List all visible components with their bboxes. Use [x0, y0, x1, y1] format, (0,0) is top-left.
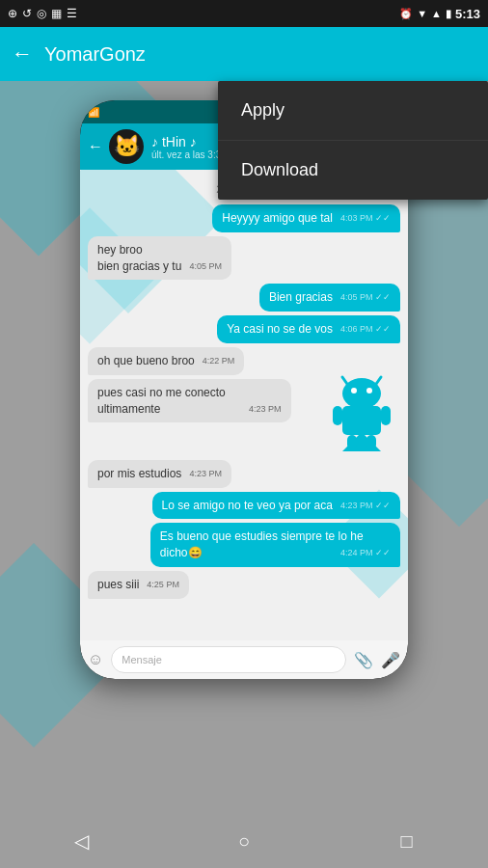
message-9: Es bueno que estudies siempre te lo he d…: [150, 523, 400, 567]
app-bar: ← YomarGonz: [0, 27, 488, 81]
mic-button[interactable]: 🎤: [381, 651, 400, 669]
android-mascot: [328, 369, 395, 455]
status-icons-left: ⊕ ↺ ◎ ▦ ☰: [8, 7, 77, 20]
svg-rect-5: [342, 406, 381, 435]
message-input[interactable]: Mensaje: [111, 646, 346, 673]
message-3: Bien gracias 4:05 PM ✓✓: [259, 284, 400, 312]
msg-time: 4:25 PM: [147, 579, 179, 591]
alarm-icon: ⊕: [8, 7, 17, 20]
status-bar: ⊕ ↺ ◎ ▦ ☰ ⏰ ▼ ▲ ▮ 5:13: [0, 0, 488, 27]
android-icon: ☰: [67, 7, 77, 20]
wifi-icon: ▼: [417, 8, 427, 19]
message-5: oh que bueno broo 4:22 PM: [88, 347, 244, 375]
signal-icon: ▲: [431, 8, 442, 19]
msg-time: 4:23 PM ✓✓: [340, 500, 391, 512]
back-button[interactable]: ←: [12, 41, 33, 67]
svg-point-3: [351, 388, 357, 393]
android-mascot-container: pues casi no me conecto ultimamente 4:23…: [88, 379, 400, 456]
msg-time: 4:03 PM ✓✓: [340, 212, 391, 225]
message-1: Heyyyy amigo que tal 4:03 PM ✓✓: [212, 204, 400, 232]
svg-point-2: [342, 378, 381, 409]
message-10: pues siii 4:25 PM: [88, 571, 189, 599]
msg-text: Es bueno que estudies siempre te lo he d…: [160, 529, 364, 559]
back-nav-button[interactable]: ◁: [62, 822, 100, 860]
attach-button[interactable]: 📎: [354, 651, 373, 669]
svg-rect-7: [333, 406, 342, 425]
message-4: Ya casi no se de vos 4:06 PM ✓✓: [217, 315, 400, 343]
msg-text: hey broobien gracias y tu: [97, 243, 181, 273]
message-7: por mis estudios 4:23 PM: [88, 460, 231, 488]
alarm-clock-icon: ⏰: [399, 8, 413, 20]
svg-rect-9: [347, 435, 357, 449]
msg-time: 4:05 PM ✓✓: [340, 291, 391, 304]
dropdown-menu: Apply Download: [218, 81, 488, 200]
home-nav-button[interactable]: ○: [225, 822, 263, 860]
svg-rect-8: [381, 406, 391, 425]
msg-text: Bien gracias: [269, 290, 333, 304]
msg-text: oh que bueno broo: [97, 354, 195, 367]
emoji-button[interactable]: ☺: [88, 651, 103, 668]
message-8: Lo se amigo no te veo ya por aca 4:23 PM…: [152, 492, 400, 520]
svg-point-4: [366, 388, 372, 393]
battery-icon: ▮: [446, 8, 451, 20]
msg-text: Heyyyy amigo que tal: [222, 211, 333, 225]
msg-text: pues casi no me conecto ultimamente: [97, 386, 226, 416]
msg-text: pues siii: [97, 578, 139, 591]
msg-time: 4:23 PM: [249, 403, 282, 416]
grid-icon: ▦: [51, 7, 62, 20]
msg-time: 4:06 PM ✓✓: [340, 323, 391, 336]
recent-nav-button[interactable]: □: [388, 822, 426, 860]
apply-menu-item[interactable]: Apply: [218, 81, 488, 141]
msg-time: 4:05 PM: [189, 260, 222, 273]
msg-time: 4:23 PM: [189, 468, 222, 480]
msg-text: por mis estudios: [97, 467, 181, 480]
msg-text: Ya casi no se de vos: [227, 322, 333, 336]
msg-text: Lo se amigo no te veo ya por aca: [162, 499, 333, 512]
spotify-icon: ◎: [37, 7, 46, 20]
chat-area: 24 de mayo Heyyyy amigo que tal 4:03 PM …: [80, 170, 408, 640]
phone-avatar: 🐱: [109, 129, 144, 164]
message-6: pues casi no me conecto ultimamente 4:23…: [88, 379, 291, 423]
message-2: hey broobien gracias y tu 4:05 PM: [88, 236, 231, 281]
phone-back-button[interactable]: ←: [88, 138, 103, 155]
msg-time: 4:22 PM: [203, 355, 235, 367]
status-icons-right: ⏰ ▼ ▲ ▮ 5:13: [399, 7, 480, 21]
refresh-icon: ↺: [22, 7, 32, 20]
status-time: 5:13: [455, 7, 480, 21]
app-bar-title: YomarGonz: [44, 43, 476, 66]
bottom-nav: ◁ ○ □: [0, 814, 488, 868]
msg-time: 4:24 PM ✓✓: [340, 547, 391, 559]
download-menu-item[interactable]: Download: [218, 141, 488, 200]
message-placeholder: Mensaje: [122, 654, 162, 665]
chat-input-bar: ☺ Mensaje 📎 🎤: [80, 640, 408, 679]
svg-rect-10: [366, 435, 376, 449]
